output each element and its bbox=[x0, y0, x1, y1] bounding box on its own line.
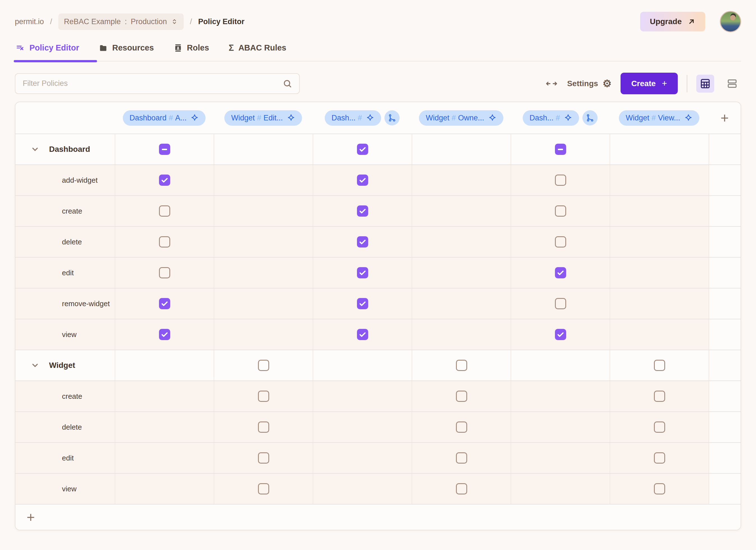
permission-checkbox-unchecked[interactable] bbox=[159, 236, 170, 247]
breadcrumb-org[interactable]: permit.io bbox=[15, 17, 44, 26]
permission-cell bbox=[313, 289, 412, 319]
add-resource-button[interactable]: + bbox=[27, 510, 35, 524]
permission-cell bbox=[313, 227, 412, 257]
permission-checkbox-checked[interactable] bbox=[159, 298, 170, 309]
permission-checkbox-unchecked[interactable] bbox=[555, 205, 566, 217]
permission-cell bbox=[412, 134, 511, 164]
tab-resources[interactable]: Resources bbox=[98, 39, 155, 61]
role-column-header: Widget#Edit... bbox=[214, 102, 313, 133]
permission-cell bbox=[115, 319, 214, 350]
action-row: delete bbox=[15, 411, 741, 442]
role-pill[interactable]: Dashboard#A... bbox=[123, 110, 206, 126]
permission-checkbox-unchecked[interactable] bbox=[159, 205, 170, 217]
permission-checkbox-checked[interactable] bbox=[357, 236, 368, 247]
environment-name: Production bbox=[131, 17, 167, 26]
permission-checkbox-unchecked[interactable] bbox=[159, 267, 170, 279]
permission-cell bbox=[214, 412, 313, 442]
permission-cell bbox=[610, 134, 709, 164]
environment-selector[interactable]: ReBAC Example : Production bbox=[58, 13, 184, 30]
permission-checkbox-unchecked[interactable] bbox=[258, 391, 269, 402]
row-end-cell bbox=[709, 381, 741, 411]
permission-checkbox-unchecked[interactable] bbox=[456, 391, 467, 402]
permission-checkbox-unchecked[interactable] bbox=[456, 483, 467, 494]
action-label-cell: remove-widget bbox=[15, 289, 115, 319]
avatar[interactable] bbox=[720, 11, 741, 32]
permission-cell bbox=[313, 196, 412, 226]
toolbar-divider bbox=[687, 75, 687, 92]
sparkle-icon bbox=[190, 114, 199, 122]
tab-roles[interactable]: Roles bbox=[172, 39, 210, 61]
permission-checkbox-checked[interactable] bbox=[357, 329, 368, 340]
grid-view-toggle[interactable] bbox=[696, 75, 714, 93]
upgrade-button[interactable]: Upgrade bbox=[640, 12, 705, 31]
permission-checkbox-unchecked[interactable] bbox=[456, 360, 467, 371]
permission-checkbox-unchecked[interactable] bbox=[555, 298, 566, 309]
role-pill[interactable]: Dash...# bbox=[325, 110, 381, 126]
policy-toolbar: Settings ⚙ Create + bbox=[15, 73, 741, 94]
role-column-header: Widget#View... bbox=[610, 102, 709, 133]
permission-cell bbox=[313, 257, 412, 288]
role-pill[interactable]: Dash...# bbox=[523, 110, 579, 126]
permission-checkbox-unchecked[interactable] bbox=[654, 483, 665, 494]
permission-checkbox-indeterminate[interactable] bbox=[555, 144, 566, 155]
arrow-up-right-icon bbox=[687, 17, 696, 26]
permission-checkbox-checked[interactable] bbox=[357, 174, 368, 186]
permission-checkbox-checked[interactable] bbox=[357, 144, 368, 155]
project-env-colon: : bbox=[125, 17, 127, 26]
role-pill[interactable]: Widget#Owne... bbox=[419, 110, 503, 126]
permission-cell bbox=[115, 474, 214, 504]
policy-grid: Dashboard#A...Widget#Edit...Dash...#Widg… bbox=[15, 102, 741, 530]
column-header-row: Dashboard#A...Widget#Edit...Dash...#Widg… bbox=[15, 102, 741, 133]
permission-checkbox-unchecked[interactable] bbox=[258, 452, 269, 464]
permission-cell bbox=[610, 227, 709, 257]
row-end-cell bbox=[709, 474, 741, 504]
role-pill[interactable]: Widget#View... bbox=[619, 110, 699, 126]
filter-policies-input[interactable] bbox=[15, 73, 300, 94]
permission-checkbox-unchecked[interactable] bbox=[258, 422, 269, 433]
permission-checkbox-checked[interactable] bbox=[159, 174, 170, 186]
permission-checkbox-checked[interactable] bbox=[357, 298, 368, 309]
permission-checkbox-unchecked[interactable] bbox=[555, 174, 566, 186]
permission-checkbox-unchecked[interactable] bbox=[456, 452, 467, 464]
permission-cell bbox=[115, 412, 214, 442]
permission-cell bbox=[610, 289, 709, 319]
role-pill[interactable]: Widget#Edit... bbox=[224, 110, 302, 126]
permission-cell bbox=[511, 412, 610, 442]
permission-cell bbox=[610, 350, 709, 381]
chevron-down-icon[interactable] bbox=[31, 361, 40, 370]
permission-checkbox-unchecked[interactable] bbox=[654, 360, 665, 371]
create-button[interactable]: Create + bbox=[621, 73, 678, 94]
permission-cell bbox=[214, 381, 313, 411]
action-name: delete bbox=[62, 238, 82, 246]
permission-checkbox-unchecked[interactable] bbox=[258, 483, 269, 494]
resource-group-label-cell: Widget bbox=[15, 350, 115, 381]
permission-cell bbox=[313, 165, 412, 195]
permission-checkbox-checked[interactable] bbox=[555, 267, 566, 279]
permission-checkbox-indeterminate[interactable] bbox=[159, 144, 170, 155]
sparkle-icon bbox=[564, 114, 572, 122]
action-row: view bbox=[15, 473, 741, 504]
action-label-cell: delete bbox=[15, 227, 115, 257]
permission-checkbox-unchecked[interactable] bbox=[654, 422, 665, 433]
permission-checkbox-unchecked[interactable] bbox=[258, 360, 269, 371]
permission-checkbox-unchecked[interactable] bbox=[456, 422, 467, 433]
permission-checkbox-checked[interactable] bbox=[159, 329, 170, 340]
list-view-toggle[interactable] bbox=[723, 75, 741, 93]
permission-checkbox-unchecked[interactable] bbox=[555, 236, 566, 247]
tab-label: Roles bbox=[187, 43, 209, 52]
permission-checkbox-unchecked[interactable] bbox=[654, 452, 665, 464]
tab-policy-editor[interactable]: Policy Editor bbox=[15, 39, 80, 61]
toolbar-actions: Settings ⚙ Create + bbox=[545, 73, 741, 94]
permission-checkbox-unchecked[interactable] bbox=[654, 391, 665, 402]
tab-abac-rules[interactable]: Σ ABAC Rules bbox=[228, 39, 287, 61]
permission-checkbox-checked[interactable] bbox=[357, 267, 368, 279]
permission-checkbox-checked[interactable] bbox=[357, 205, 368, 217]
expand-columns-icon[interactable] bbox=[545, 79, 558, 88]
settings-button[interactable]: Settings ⚙ bbox=[567, 79, 612, 89]
action-name: edit bbox=[62, 268, 74, 277]
project-name: ReBAC Example bbox=[64, 17, 121, 26]
permission-cell bbox=[313, 350, 412, 381]
permission-checkbox-checked[interactable] bbox=[555, 329, 566, 340]
chevron-down-icon[interactable] bbox=[31, 145, 40, 154]
add-column-button[interactable]: + bbox=[720, 111, 729, 125]
